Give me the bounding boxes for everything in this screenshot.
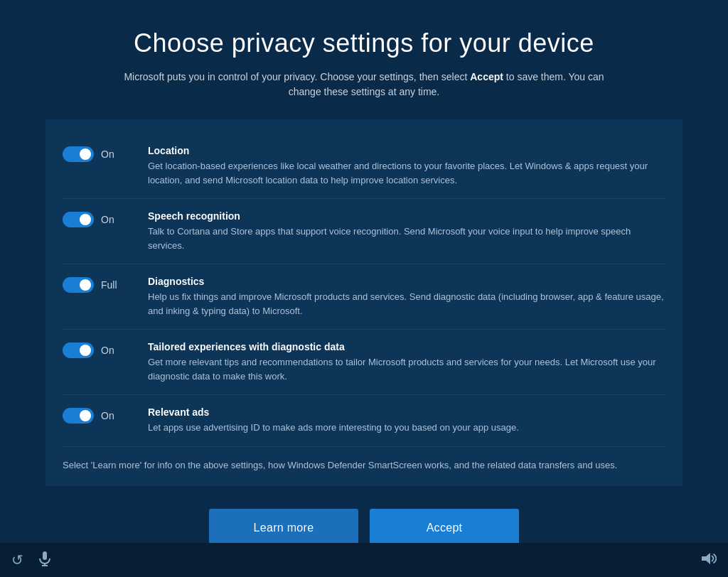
toggle-track-diagnostics (63, 277, 94, 293)
toggle-area-diagnostics: Full (63, 276, 148, 293)
setting-row-diagnostics: Full Diagnostics Help us fix things and … (63, 264, 665, 330)
toggle-thumb-tailored (80, 345, 91, 356)
setting-info-location: Location Get location-based experiences … (148, 145, 665, 187)
learn-more-button[interactable]: Learn more (209, 509, 358, 547)
toggle-thumb-diagnostics (80, 279, 91, 291)
button-row: Learn more Accept (23, 509, 705, 547)
svg-rect-0 (43, 551, 47, 560)
page-title: Choose privacy settings for your device (134, 28, 594, 58)
setting-title-diagnostics: Diagnostics (148, 276, 665, 287)
setting-info-diagnostics: Diagnostics Help us fix things and impro… (148, 276, 665, 318)
setting-row-location: On Location Get location-based experienc… (63, 134, 665, 199)
main-content: Choose privacy settings for your device … (23, 0, 705, 486)
toggle-location[interactable] (63, 146, 94, 162)
toggle-area-ads: On (63, 406, 148, 424)
volume-icon[interactable] (701, 552, 717, 568)
toggle-area-tailored: On (63, 341, 148, 358)
toggle-diagnostics[interactable] (63, 277, 94, 293)
subtitle-start: Microsoft puts you in control of your pr… (124, 71, 470, 82)
toggle-area-location: On (63, 145, 148, 162)
toggle-speech[interactable] (63, 212, 94, 227)
svg-marker-3 (702, 553, 710, 564)
setting-row-speech: On Speech recognition Talk to Cortana an… (63, 199, 665, 264)
settings-box: On Location Get location-based experienc… (46, 119, 682, 486)
setting-row-tailored: On Tailored experiences with diagnostic … (63, 330, 665, 395)
learn-more-note: Select 'Learn more' for info on the abov… (63, 458, 665, 473)
setting-desc-location: Get location-based experiences like loca… (148, 159, 665, 187)
toggle-thumb-ads (80, 410, 91, 421)
subtitle-bold: Accept (470, 71, 503, 82)
setting-row-ads: On Relevant ads Let apps use advertising… (63, 395, 665, 447)
taskbar-left: ↺ (11, 551, 52, 570)
setting-info-tailored: Tailored experiences with diagnostic dat… (148, 341, 665, 383)
setting-title-speech: Speech recognition (148, 210, 665, 222)
toggle-track-location (63, 146, 94, 162)
refresh-icon[interactable]: ↺ (11, 551, 23, 568)
setting-desc-diagnostics: Help us fix things and improve Microsoft… (148, 290, 665, 318)
toggle-tailored[interactable] (63, 343, 94, 358)
toggle-ads[interactable] (63, 408, 94, 424)
accept-button[interactable]: Accept (370, 509, 519, 547)
page-subtitle: Microsoft puts you in control of your pr… (115, 70, 613, 99)
setting-info-ads: Relevant ads Let apps use advertising ID… (148, 406, 665, 435)
setting-info-speech: Speech recognition Talk to Cortana and S… (148, 210, 665, 252)
setting-title-ads: Relevant ads (148, 406, 665, 418)
toggle-label-diagnostics: Full (101, 279, 117, 291)
toggle-area-speech: On (63, 210, 148, 227)
setting-desc-ads: Let apps use advertising ID to make ads … (148, 421, 665, 435)
microphone-icon[interactable] (38, 551, 52, 570)
taskbar: ↺ (0, 543, 728, 577)
toggle-thumb-location (80, 149, 91, 160)
toggle-label-tailored: On (101, 345, 114, 356)
toggle-thumb-speech (80, 214, 91, 225)
toggle-track-speech (63, 212, 94, 227)
setting-desc-tailored: Get more relevant tips and recommendatio… (148, 355, 665, 383)
setting-title-location: Location (148, 145, 665, 156)
toggle-track-tailored (63, 343, 94, 358)
toggle-track-ads (63, 408, 94, 424)
toggle-label-location: On (101, 149, 114, 160)
toggle-label-ads: On (101, 410, 114, 421)
toggle-label-speech: On (101, 214, 114, 225)
setting-title-tailored: Tailored experiences with diagnostic dat… (148, 341, 665, 352)
setting-desc-speech: Talk to Cortana and Store apps that supp… (148, 225, 665, 252)
